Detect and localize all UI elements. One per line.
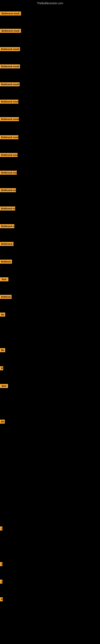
bottleneck-button-26[interactable]: E: [0, 597, 3, 601]
bottleneck-button-12[interactable]: Bottleneck res: [0, 206, 15, 210]
bottleneck-button-14[interactable]: Bottleneck re: [0, 242, 14, 246]
bottleneck-button-2[interactable]: Bottleneck result: [0, 29, 21, 33]
bottleneck-button-11[interactable]: Bottleneck resu: [0, 188, 16, 192]
bottleneck-button-22[interactable]: Bo: [0, 420, 5, 424]
bottleneck-button-23[interactable]: |: [0, 526, 2, 530]
bottleneck-button-19[interactable]: Bo: [0, 348, 5, 352]
bottleneck-button-15[interactable]: Bottlenec: [0, 260, 12, 264]
bottleneck-button-21[interactable]: Bott: [0, 384, 8, 388]
bottleneck-button-18[interactable]: Bo: [0, 312, 5, 316]
bottleneck-button-7[interactable]: Bottleneck result: [0, 117, 19, 121]
bottleneck-button-1[interactable]: Bottleneck result: [0, 12, 21, 16]
bottleneck-button-4[interactable]: Bottleneck result: [0, 64, 20, 68]
bottleneck-button-5[interactable]: Bottleneck result: [0, 82, 20, 86]
bottleneck-button-24[interactable]: |: [0, 562, 2, 566]
bottleneck-button-25[interactable]: |: [0, 580, 2, 584]
bottleneck-button-20[interactable]: B: [0, 366, 3, 370]
bottleneck-button-13[interactable]: Bottleneck res: [0, 224, 14, 228]
bottleneck-button-8[interactable]: Bottleneck result: [0, 135, 18, 139]
bottleneck-button-6[interactable]: Bottleneck resul: [0, 100, 18, 104]
bottleneck-button-16[interactable]: Bott: [0, 277, 8, 281]
bottleneck-button-10[interactable]: Bottleneck resu: [0, 171, 17, 175]
bottleneck-button-3[interactable]: Bottleneck result: [0, 47, 20, 51]
site-title: TheBottlenecker.com: [0, 0, 100, 6]
bottleneck-button-9[interactable]: Bottleneck resul: [0, 153, 18, 157]
bottleneck-button-17[interactable]: Bottlenec: [0, 295, 12, 299]
